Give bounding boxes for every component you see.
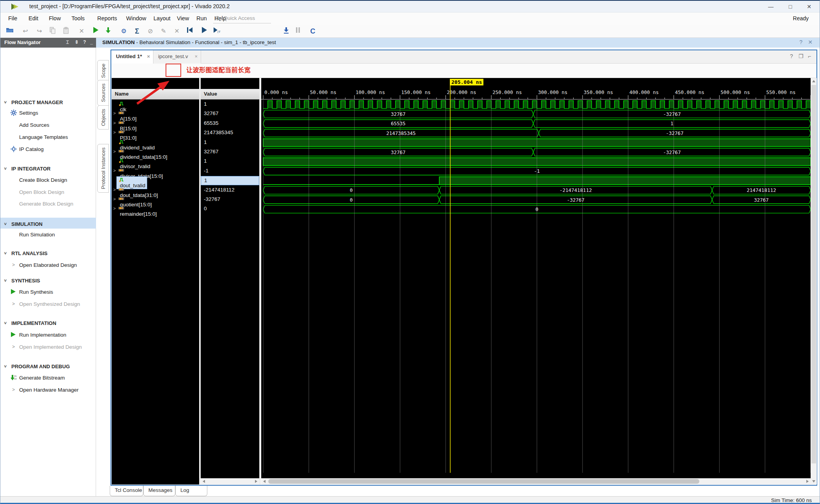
panel-float-icon[interactable]: ❐ xyxy=(799,53,804,59)
sidebar-section-program-and-debug[interactable]: >PROGRAM AND DEBUG xyxy=(0,361,96,371)
menu-item-window[interactable]: Window xyxy=(126,15,146,21)
signal-value-a150[interactable]: 32767 xyxy=(201,109,259,119)
panel-maximize-icon[interactable]: ⌐ xyxy=(808,53,811,59)
help-icon[interactable]: ? xyxy=(83,39,86,45)
sidebar-item-open-block-design[interactable]: Open Block Design xyxy=(0,187,96,197)
signal-value-dout_tdata310[interactable]: -2147418112 xyxy=(201,186,259,195)
waveform-scroll-thumb[interactable] xyxy=(268,479,699,484)
scroll-right-icon[interactable] xyxy=(806,480,809,483)
signal-row-dividend_tdata150[interactable]: >dividend_tdata[15:0] xyxy=(112,147,199,157)
bottom-tab-tcl-console[interactable]: Tcl Console xyxy=(110,486,143,496)
restart-sim-icon[interactable] xyxy=(186,27,196,36)
signal-row-dout_tvalid[interactable]: dout_tvalid xyxy=(112,176,199,185)
close-icon[interactable]: × xyxy=(147,53,150,59)
sidebar-item-add-sources[interactable]: Add Sources xyxy=(0,120,96,130)
sidebar-item-language-templates[interactable]: Language Templates xyxy=(0,132,96,142)
waveform-svg[interactable]: 0.000 ns50.000 ns100.000 ns150.000 ns200… xyxy=(261,78,811,484)
step-into-icon[interactable] xyxy=(105,27,114,36)
chevron-right-icon[interactable]: > xyxy=(12,344,15,350)
relaunch-icon[interactable]: C xyxy=(308,27,317,36)
sidebar-item-create-block-design[interactable]: Create Block Design xyxy=(0,175,96,185)
bottom-tab-log[interactable]: Log xyxy=(175,486,207,496)
signal-value-b150[interactable]: 65535 xyxy=(201,119,259,128)
sigma-icon[interactable]: Σ xyxy=(132,27,142,36)
redo-icon[interactable]: ↪ xyxy=(35,27,44,36)
signal-value-dout_tvalid[interactable]: 1 xyxy=(201,176,259,185)
run-all-icon[interactable] xyxy=(200,27,209,36)
signal-row-b150[interactable]: >B[15:0] xyxy=(112,119,199,128)
sidebar-item-generate-bitstream[interactable]: 0110Generate Bitstream xyxy=(0,373,96,383)
expand-chevron-icon[interactable]: > xyxy=(113,111,116,115)
value-column-scrollbar[interactable] xyxy=(201,478,259,484)
signal-value-dividend_tdata150[interactable]: 32767 xyxy=(201,147,259,157)
expand-chevron-icon[interactable]: > xyxy=(113,121,116,125)
expand-chevron-icon[interactable]: > xyxy=(113,206,116,211)
expand-chevron-icon[interactable]: > xyxy=(113,130,116,135)
wave-tab-ipcore-test[interactable]: ipcore_test.v× xyxy=(153,50,201,64)
close-button[interactable]: ✕ xyxy=(800,2,818,11)
sidebar-section-simulation[interactable]: >SIMULATION xyxy=(0,219,96,229)
delete-icon[interactable]: ✕ xyxy=(77,27,86,36)
menu-item-file[interactable]: File xyxy=(8,15,17,21)
waveform-scrollbar[interactable] xyxy=(261,478,811,484)
sidebar-section-ip-integrator[interactable]: >IP INTEGRATOR xyxy=(0,163,96,174)
open-project-icon[interactable] xyxy=(6,27,15,36)
signal-row-divisor_tvalid[interactable]: divisor_tvalid xyxy=(112,157,199,166)
minimize-panel-icon[interactable]: _ xyxy=(90,39,93,45)
scroll-left-icon[interactable] xyxy=(203,480,205,483)
expand-chevron-icon[interactable]: > xyxy=(113,187,116,192)
sidebar-item-run-simulation[interactable]: Run Simulation xyxy=(0,230,96,240)
help-icon[interactable]: ? xyxy=(799,39,802,45)
sidebar-item-ip-catalog[interactable]: IP Catalog xyxy=(0,144,96,154)
signal-value-p310[interactable]: 2147385345 xyxy=(201,128,259,138)
sidebar-item-open-implemented-design[interactable]: >Open Implemented Design xyxy=(0,342,96,352)
signal-value-divisor_tvalid[interactable]: 1 xyxy=(201,157,259,166)
signal-row-dividend_tvalid[interactable]: dividend_tvalid xyxy=(112,138,199,147)
signal-value-divisor_tdata150[interactable]: -1 xyxy=(201,167,259,176)
scroll-right-icon[interactable] xyxy=(255,480,257,483)
side-tab-objects[interactable]: Objects xyxy=(97,105,109,130)
minimize-button[interactable]: — xyxy=(762,2,780,11)
signal-row-remainder150[interactable]: >remainder[15:0] xyxy=(112,204,199,214)
close-icon[interactable]: × xyxy=(194,53,198,59)
side-tab-sources[interactable]: Sources xyxy=(97,80,109,106)
menu-item-reports[interactable]: Reports xyxy=(97,15,117,21)
chevron-right-icon[interactable]: > xyxy=(12,301,15,307)
sidebar-section-rtl-analysis[interactable]: >RTL ANALYSIS xyxy=(0,248,96,258)
scroll-down-icon[interactable] xyxy=(812,480,815,483)
paste-icon[interactable] xyxy=(63,27,72,36)
menu-item-view[interactable]: View xyxy=(177,15,189,21)
scroll-left-icon[interactable] xyxy=(263,480,266,483)
signal-value-remainder150[interactable]: 0 xyxy=(201,204,259,214)
sidebar-item-run-synthesis[interactable]: Run Synthesis xyxy=(0,287,96,297)
vertical-scroll-thumb[interactable] xyxy=(811,85,816,463)
signal-row-quotient150[interactable]: >quotient[15:0] xyxy=(112,195,199,204)
collapse-all-icon[interactable]: ⌶ xyxy=(66,39,69,45)
menu-item-edit[interactable]: Edit xyxy=(29,15,38,21)
expand-chevron-icon[interactable]: > xyxy=(113,168,116,173)
maximize-button[interactable]: □ xyxy=(781,2,799,11)
run-for-time-icon[interactable]: (T) xyxy=(213,27,222,36)
chevron-right-icon[interactable]: > xyxy=(12,262,15,268)
signal-row-a150[interactable]: >A[15:0] xyxy=(112,109,199,119)
cursor-time-label[interactable]: 205.004 ns xyxy=(450,79,483,85)
vertical-scrollbar[interactable] xyxy=(811,78,817,484)
waveform-canvas[interactable]: 0.000 ns50.000 ns100.000 ns150.000 ns200… xyxy=(261,78,811,484)
menu-item-tools[interactable]: Tools xyxy=(71,15,85,21)
close-icon[interactable]: ✕ xyxy=(808,39,813,45)
signal-row-p310[interactable]: >P[31:0] xyxy=(112,128,199,138)
undo-icon[interactable]: ↩ xyxy=(21,27,30,36)
step-to-next-icon[interactable] xyxy=(283,27,292,36)
sidebar-item-run-implementation[interactable]: Run Implementation xyxy=(0,330,96,340)
sidebar-section-implementation[interactable]: >IMPLEMENTATION xyxy=(0,318,96,328)
sidebar-item-settings[interactable]: Settings xyxy=(0,108,96,118)
signal-row-dout_tdata310[interactable]: >dout_tdata[31:0] xyxy=(112,186,199,195)
expand-chevron-icon[interactable]: > xyxy=(113,197,116,201)
menu-item-layout[interactable]: Layout xyxy=(153,15,171,21)
expand-chevron-icon[interactable]: > xyxy=(113,149,116,154)
sidebar-section-synthesis[interactable]: >SYNTHESIS xyxy=(0,275,96,286)
quick-access-search[interactable]: Quick Access xyxy=(213,14,271,23)
menu-item-run[interactable]: Run xyxy=(196,15,207,21)
chevron-right-icon[interactable]: > xyxy=(12,387,15,392)
sidebar-item-generate-block-design[interactable]: Generate Block Design xyxy=(0,199,96,209)
